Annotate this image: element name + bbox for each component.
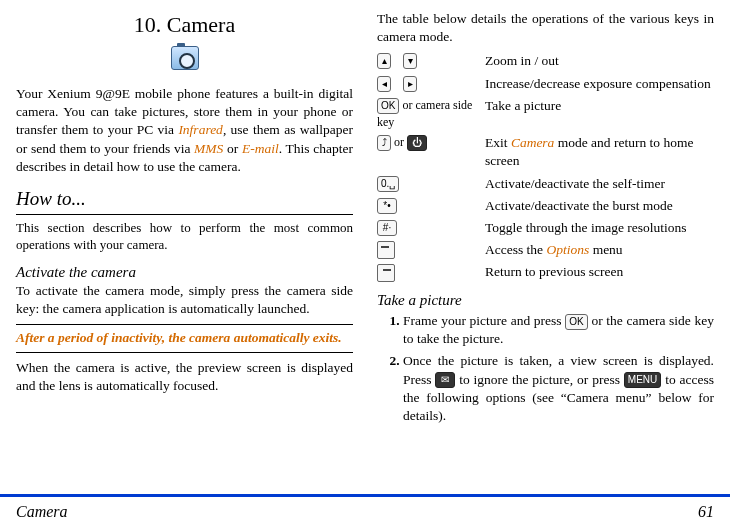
options-post: menu [589,242,622,257]
ok-key-icon: OK [377,98,399,114]
menu-key-icon: MENU [624,372,661,388]
activate-after: When the camera is active, the preview s… [16,359,353,395]
left-softkey-icon [377,241,395,259]
take-picture-heading: Take a picture [377,290,714,310]
row-options: Access the Options menu [377,241,714,259]
step1-a: Frame your picture and press [403,313,565,328]
row-exit: ⤴ or ⏻ Exit Camera mode and return to ho… [377,134,714,170]
activate-note: After a period of inactivity, the camera… [16,324,353,352]
back-key-icon: ⤴ [377,135,391,151]
key-options [377,241,485,259]
power-key-icon: ⏻ [407,135,427,151]
desc-exposure: Increase/decrease exposure compensation [485,75,714,93]
row-resolution: #· Toggle through the image resolutions [377,219,714,237]
camera-icon [171,46,199,70]
footer-left: Camera [16,501,68,523]
desc-resolution: Toggle through the image resolutions [485,219,714,237]
ignore-key-icon: ✉ [435,372,455,388]
hash-key-icon: #· [377,220,397,236]
key-return [377,263,485,281]
step-2: Once the picture is taken, a view screen… [403,352,714,425]
desc-zoom: Zoom in / out [485,52,714,70]
link-mms: MMS [194,141,223,156]
key-table: Zoom in / out Increase/decrease exposure… [377,52,714,281]
right-arrow-icon [403,76,417,92]
row-take: OK or camera side key Take a picture [377,97,714,130]
ok-key-icon-inline: OK [565,314,587,330]
desc-burst: Activate/deactivate the burst mode [485,197,714,215]
activate-body: To activate the camera mode, simply pres… [16,282,353,318]
key-selftimer: 0.␣ [377,175,485,192]
desc-options: Access the Options menu [485,241,714,259]
footer-page-number: 61 [698,501,714,523]
chapter-title: 10. Camera [16,10,353,40]
take-picture-steps: Frame your picture and press OK or the c… [377,312,714,425]
key-exit: ⤴ or ⏻ [377,134,485,151]
page-footer: Camera 61 [0,494,730,523]
link-infrared: Infrared [178,122,223,137]
left-arrow-icon [377,76,391,92]
desc-take: Take a picture [485,97,714,115]
key-burst: *• [377,197,485,214]
exit-or-text: or [391,135,407,149]
step-1: Frame your picture and press OK or the c… [403,312,714,348]
row-return: Return to previous screen [377,263,714,281]
intro-paragraph: Your Xenium 9@9E mobile phone features a… [16,85,353,176]
up-arrow-icon [377,53,391,69]
row-burst: *• Activate/deactivate the burst mode [377,197,714,215]
howto-sub: This section describes how to perform th… [16,219,353,254]
row-zoom: Zoom in / out [377,52,714,70]
key-take: OK or camera side key [377,97,485,130]
key-resolution: #· [377,219,485,236]
link-email: E-mail [242,141,279,156]
exit-pre: Exit [485,135,511,150]
camera-icon-wrap [16,46,353,75]
desc-selftimer: Activate/deactivate the self-timer [485,175,714,193]
key-zoom [377,52,485,69]
zero-key-icon: 0.␣ [377,176,399,192]
right-intro: The table below details the operations o… [377,10,714,46]
howto-heading: How to... [16,186,353,215]
desc-return: Return to previous screen [485,263,714,281]
intro-or: or [223,141,242,156]
row-exposure: Increase/decrease exposure compensation [377,75,714,93]
down-arrow-icon [403,53,417,69]
desc-exit: Exit Camera mode and return to home scre… [485,134,714,170]
row-selftimer: 0.␣ Activate/deactivate the self-timer [377,175,714,193]
star-key-icon: *• [377,198,397,214]
activate-heading: Activate the camera [16,262,353,282]
key-exposure [377,75,485,92]
options-pre: Access the [485,242,546,257]
right-softkey-icon [377,264,395,282]
options-link: Options [546,242,589,257]
step2-b: to ignore the picture, or press [459,372,624,387]
exit-link: Camera [511,135,555,150]
